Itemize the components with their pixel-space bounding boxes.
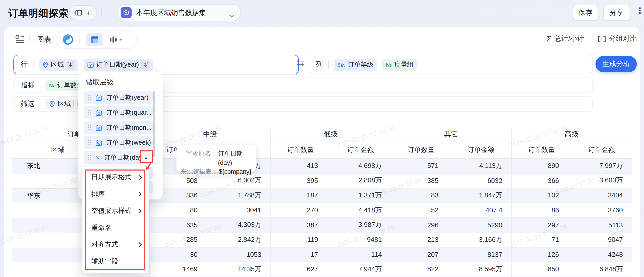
columns-shelf-label: 列 xyxy=(316,60,323,69)
table-view-button[interactable] xyxy=(86,33,103,46)
annotation-arrow-icon xyxy=(142,162,155,173)
table-value-cell: 6.848万 xyxy=(571,262,632,277)
viewgroup-divider xyxy=(79,35,80,44)
swap-rows-columns-icon[interactable] xyxy=(296,59,305,69)
calendar-W-icon: W xyxy=(95,139,102,146)
table-value-cell: 387 xyxy=(270,218,331,233)
menu-item-label: 重命名 xyxy=(91,223,111,232)
location-pin-icon xyxy=(42,61,48,68)
table-value-cell: 395 xyxy=(270,173,331,188)
table-value-cell: 297 xyxy=(511,218,571,233)
svg-text:Q: Q xyxy=(98,111,100,115)
drill-item-label: 订单日期(week) xyxy=(106,138,151,147)
page-title: 订单明细探索 xyxy=(8,7,69,20)
shelf-divider xyxy=(40,100,40,108)
calendar-Y-icon: Y xyxy=(95,94,102,101)
group-compare-icon xyxy=(598,35,606,42)
table-value-cell: 80 xyxy=(150,203,210,218)
table-value-cell: 2.808万 xyxy=(331,173,391,188)
columns-shelf: 列 Str. 订单等级 № 度量组 xyxy=(309,55,593,74)
submenu-chevron-icon xyxy=(138,208,142,214)
drill-down-icon[interactable] xyxy=(141,60,150,69)
field-chip-label: 区域 xyxy=(51,60,64,69)
menu-item[interactable]: 排序 xyxy=(91,186,142,202)
chart-label: 图表 xyxy=(37,35,51,44)
ai-logo-icon[interactable] xyxy=(62,34,73,45)
toolbar-right-divider xyxy=(591,34,591,43)
tooltip-field-value: 订单日期(day) xyxy=(218,149,256,167)
drill-item[interactable]: W订单日期(week) xyxy=(84,136,153,149)
field-chip-order-level[interactable]: Str. 订单等级 xyxy=(334,59,377,71)
form-config-icon[interactable] xyxy=(15,35,24,45)
menu-item-label: 辅助字段 xyxy=(91,257,118,266)
table-value-cell: 52 xyxy=(391,203,451,218)
split-view-icon[interactable] xyxy=(75,10,82,16)
table-value-cell: 8137 xyxy=(451,247,511,262)
tooltip-source-label: 来源逻辑表： xyxy=(181,167,218,176)
table-value-cell: 213 xyxy=(391,233,451,247)
table-value-cell: 627 xyxy=(270,262,331,277)
panel-scrollbar[interactable] xyxy=(153,91,155,157)
menu-item[interactable]: 对齐方式 xyxy=(91,237,142,252)
table-value-cell: 4248 xyxy=(571,247,632,262)
menu-item[interactable]: 空值展示样式 xyxy=(91,203,142,219)
table-value-cell: 3.603万 xyxy=(571,173,632,188)
field-chip-order-date-year[interactable]: Y 订单日期(year) xyxy=(83,59,153,71)
table-value-cell: 5113 xyxy=(571,218,632,233)
menu-item[interactable]: 日期展示格式 xyxy=(91,170,142,185)
table-value-cell: 3404 xyxy=(571,188,632,203)
table-group-header: 低级 xyxy=(270,128,391,141)
menu-item[interactable]: 辅助字段 xyxy=(91,253,142,269)
app-scale-layer: 订单明细探索 + 本年度区域销售数据集 保存 分享 ⋮ 图表 xyxy=(0,0,644,277)
add-tab-icon[interactable]: + xyxy=(87,10,91,15)
table-value-cell: 8.595万 xyxy=(451,262,511,277)
drill-item-label: 订单日期(quar... xyxy=(106,108,152,117)
toolbar-divider xyxy=(29,34,30,43)
shelf-divider xyxy=(40,81,40,89)
field-chip-region[interactable]: 区域 xyxy=(38,59,78,71)
group-compare-label: 分组对比 xyxy=(609,34,637,43)
table-measure-header: 订单数量 xyxy=(511,141,571,158)
table-group-header: 高级 xyxy=(511,128,632,141)
field-context-menu: 日期展示格式排序空值展示样式重命名对齐方式辅助字段 xyxy=(82,166,149,273)
svg-text:Y: Y xyxy=(89,63,92,67)
string-type-icon: Str. xyxy=(337,62,345,67)
sigma-icon: Σ xyxy=(547,35,551,43)
table-value-cell: 2.842万 xyxy=(210,233,270,247)
app-window: 订单明细探索 + 本年度区域销售数据集 保存 分享 ⋮ 图表 xyxy=(0,0,644,277)
save-button[interactable]: 保存 xyxy=(573,5,598,21)
totals-subtotals-button[interactable]: Σ 总计/小计 xyxy=(547,34,584,43)
remove-field-icon[interactable]: ✕ xyxy=(95,154,100,161)
table-value-cell: 6032 xyxy=(451,173,511,188)
drag-handle-icon[interactable] xyxy=(88,95,92,101)
bar-chart-view-button[interactable] xyxy=(109,36,123,43)
drill-item[interactable]: Q订单日期(quar... xyxy=(84,106,153,119)
table-measure-header: 订单金额 xyxy=(451,141,511,158)
share-button[interactable]: 分享 xyxy=(603,5,630,21)
table-value-cell: 4.418万 xyxy=(331,203,391,218)
drill-down-icon[interactable] xyxy=(66,60,75,69)
drill-item[interactable]: M订单日期(mon... xyxy=(84,121,153,134)
table-measure-header: 订单金额 xyxy=(331,141,391,158)
generate-analysis-button[interactable]: 生成分析 xyxy=(595,56,637,72)
table-value-cell: 1.788万 xyxy=(210,188,270,203)
location-pin-icon xyxy=(49,101,55,107)
rows-shelf: 行 区域 Y 订单日期(year) xyxy=(13,55,299,74)
table-value-cell: 7.944万 xyxy=(331,262,391,277)
drill-item[interactable]: Y订单日期(year) xyxy=(84,91,153,104)
drag-handle-icon[interactable] xyxy=(88,140,92,146)
drag-handle-icon[interactable] xyxy=(88,155,92,161)
field-chip-measure-group[interactable]: № 度量组 xyxy=(382,59,417,71)
drag-handle-icon[interactable] xyxy=(88,110,92,116)
menu-item[interactable]: 重命名 xyxy=(91,220,142,235)
drag-handle-icon[interactable] xyxy=(88,125,92,131)
table-value-cell: 1.371万 xyxy=(331,188,391,203)
chip-divider xyxy=(73,101,74,107)
table-value-cell: 850 xyxy=(511,262,571,277)
table-value-cell: 413 xyxy=(270,159,331,173)
table-group-header: 其它 xyxy=(391,128,511,141)
group-compare-button[interactable]: 分组对比 xyxy=(598,34,637,43)
more-menu-icon[interactable]: ⋮ xyxy=(636,7,644,14)
topbar-divider xyxy=(101,8,102,17)
dataset-selector[interactable]: 本年度区域销售数据集 xyxy=(117,4,241,21)
